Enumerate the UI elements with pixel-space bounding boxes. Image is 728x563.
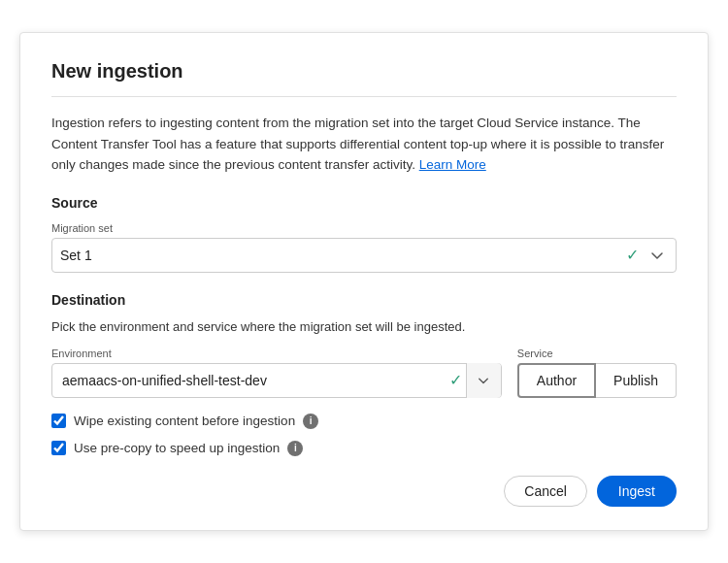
environment-select[interactable]: aemaacs-on-unified-shell-test-dev ✓ <box>51 363 502 398</box>
wipe-label: Wipe existing content before ingestion <box>74 414 295 428</box>
env-service-row: Environment aemaacs-on-unified-shell-tes… <box>51 348 677 398</box>
destination-description: Pick the environment and service where t… <box>51 319 677 334</box>
new-ingestion-modal: New ingestion Ingestion refers to ingest… <box>19 32 709 531</box>
check-icon: ✓ <box>626 246 639 264</box>
cancel-button[interactable]: Cancel <box>504 476 587 507</box>
migration-set-select[interactable]: Set 1 ✓ <box>51 238 677 273</box>
migration-set-value: Set 1 <box>60 248 626 263</box>
service-field: Service Author Publish <box>517 348 677 398</box>
author-button[interactable]: Author <box>517 363 596 398</box>
environment-field: Environment aemaacs-on-unified-shell-tes… <box>51 348 502 398</box>
environment-chevron[interactable] <box>466 363 501 398</box>
wipe-checkbox[interactable] <box>51 414 66 428</box>
publish-button[interactable]: Publish <box>596 363 677 398</box>
destination-section-title: Destination <box>51 292 677 308</box>
wipe-checkbox-row: Wipe existing content before ingestion i <box>51 414 677 429</box>
precopy-checkbox-row: Use pre-copy to speed up ingestion i <box>51 441 677 456</box>
service-buttons: Author Publish <box>517 363 677 398</box>
wipe-info-icon[interactable]: i <box>303 414 318 429</box>
precopy-info-icon[interactable]: i <box>287 441 303 456</box>
migration-set-chevron[interactable] <box>646 248 668 262</box>
env-check-icon: ✓ <box>449 371 462 389</box>
environment-value: aemaacs-on-unified-shell-test-dev <box>62 373 449 388</box>
precopy-label: Use pre-copy to speed up ingestion <box>74 441 280 455</box>
ingest-button[interactable]: Ingest <box>597 476 677 507</box>
footer-buttons: Cancel Ingest <box>51 476 677 507</box>
source-section: Source Migration set Set 1 ✓ <box>51 195 677 273</box>
modal-description: Ingestion refers to ingesting content fr… <box>51 113 677 176</box>
source-section-title: Source <box>51 195 677 211</box>
modal-title: New ingestion <box>51 60 677 97</box>
environment-label: Environment <box>51 348 502 359</box>
migration-set-label: Migration set <box>51 222 677 234</box>
destination-section: Destination Pick the environment and ser… <box>51 292 677 398</box>
learn-more-link[interactable]: Learn More <box>419 157 486 172</box>
service-label: Service <box>517 348 677 359</box>
precopy-checkbox[interactable] <box>51 441 66 455</box>
